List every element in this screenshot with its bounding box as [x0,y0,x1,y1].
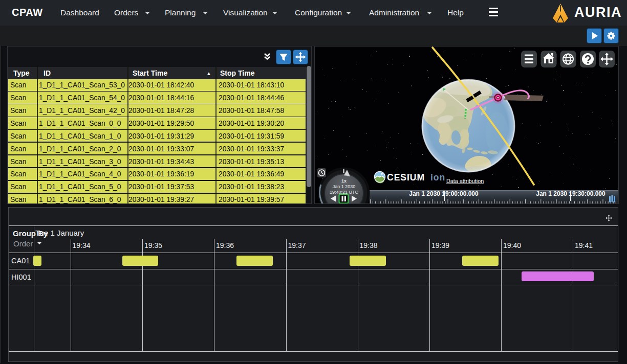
svg-text:Data attribution: Data attribution [446,178,484,184]
svg-text:ion: ion [430,172,445,183]
svg-text:Jan 1 2030 19:30:00.000: Jan 1 2030 19:30:00.000 [536,190,606,197]
svg-text:1x: 1x [341,178,347,184]
svg-text:Jan 1 2030: Jan 1 2030 [333,184,356,189]
svg-text:Jan 1 2030 19:00:00.000: Jan 1 2030 19:00:00.000 [409,190,479,197]
svg-text:CESIUM: CESIUM [387,172,425,183]
